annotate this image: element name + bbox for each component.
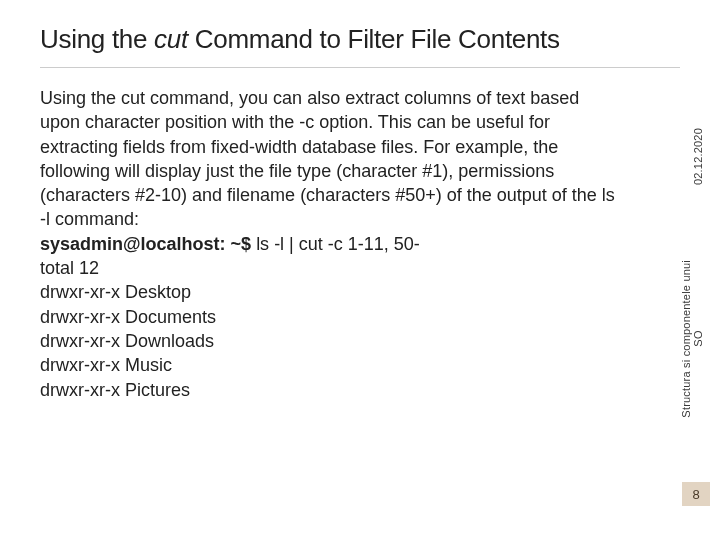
side-labels: 02.12.2020 Structura si componentele unu… xyxy=(684,80,708,480)
output-line: drwxr-xr-x Music xyxy=(40,353,620,377)
side-source: Structura si componentele unui SO xyxy=(680,260,704,418)
shell-command: ls -l | cut -c 1-11, 50- xyxy=(256,234,420,254)
body-paragraph: Using the cut command, you can also extr… xyxy=(40,86,620,232)
title-pre: Using the xyxy=(40,24,154,54)
output-line: drwxr-xr-x Documents xyxy=(40,305,620,329)
slide: Using the cut Command to Filter File Con… xyxy=(0,0,720,540)
shell-prompt: sysadmin@localhost: ~$ xyxy=(40,234,256,254)
page-number: 8 xyxy=(692,487,699,502)
title-cmd: cut xyxy=(154,24,188,54)
side-source-line1: Structura si componentele unui xyxy=(680,260,692,418)
page-number-box: 8 xyxy=(682,482,710,506)
side-date: 02.12.2020 xyxy=(692,128,704,185)
title-area: Using the cut Command to Filter File Con… xyxy=(40,24,680,68)
output-line: drwxr-xr-x Pictures xyxy=(40,378,620,402)
title-post: Command to Filter File Contents xyxy=(188,24,560,54)
command-line: sysadmin@localhost: ~$ ls -l | cut -c 1-… xyxy=(40,232,620,256)
output-line: total 12 xyxy=(40,256,620,280)
slide-title: Using the cut Command to Filter File Con… xyxy=(40,24,680,55)
output-line: drwxr-xr-x Desktop xyxy=(40,280,620,304)
content-area: Using the cut command, you can also extr… xyxy=(40,86,620,402)
side-source-line2: SO xyxy=(692,331,704,347)
output-line: drwxr-xr-x Downloads xyxy=(40,329,620,353)
